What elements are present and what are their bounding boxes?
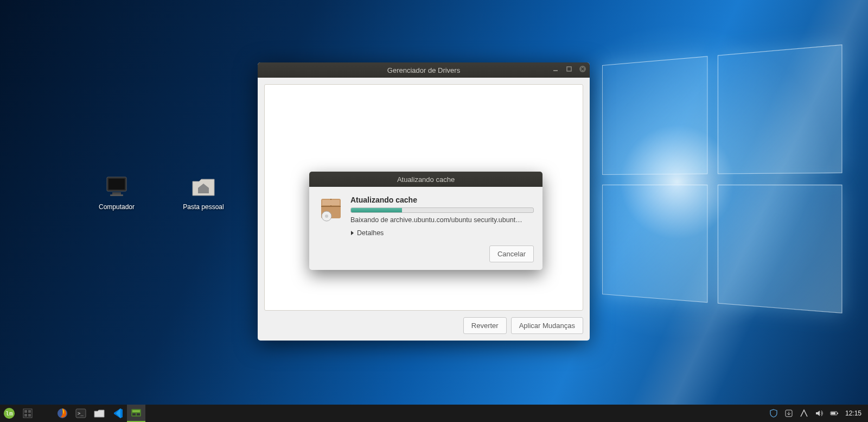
desktop-icon-home[interactable]: Pasta pessoal [179, 174, 228, 211]
folder-home-icon [190, 174, 216, 200]
svg-rect-1 [108, 179, 125, 190]
dialog-titlebar[interactable]: Atualizando cache [309, 172, 542, 187]
svg-point-16 [325, 215, 328, 218]
minimize-button[interactable] [551, 65, 559, 73]
desktop[interactable]: Computador Pasta pessoal Lixeira Gerenci… [0, 0, 868, 405]
desktop-icon-computer[interactable]: Computador [92, 174, 141, 211]
taskbar-terminal[interactable]: >_ [72, 405, 90, 422]
cancel-button[interactable]: Cancelar [489, 245, 534, 262]
updating-cache-dialog: Atualizando cache Atualizando cache Baix [309, 172, 542, 270]
taskbar: lm >_ 12:15 [0, 405, 868, 422]
progress-bar [350, 207, 534, 213]
svg-rect-21 [28, 410, 31, 413]
svg-text:lm: lm [5, 410, 13, 417]
download-status-text: Baixando de archive.ubuntu.com/ubuntu se… [350, 216, 534, 224]
desktop-icon-label: Pasta pessoal [183, 203, 224, 211]
details-label: Detalhes [357, 229, 384, 237]
volume-icon[interactable] [815, 409, 824, 418]
clock[interactable]: 12:15 [845, 410, 861, 417]
svg-rect-22 [24, 414, 27, 417]
svg-rect-3 [110, 194, 123, 196]
svg-rect-28 [132, 410, 140, 412]
taskbar-vscode[interactable] [108, 405, 127, 422]
package-icon [318, 196, 344, 222]
svg-rect-2 [112, 192, 121, 194]
svg-rect-29 [132, 413, 136, 415]
show-desktop-button[interactable] [18, 405, 37, 422]
chevron-right-icon [350, 230, 355, 236]
svg-rect-23 [28, 414, 31, 417]
dialog-title: Atualizando cache [309, 175, 542, 184]
system-tray: 12:15 [769, 409, 868, 418]
svg-rect-9 [567, 67, 571, 71]
svg-rect-14 [322, 200, 340, 205]
svg-text:>_: >_ [78, 411, 84, 416]
taskbar-files[interactable] [90, 405, 108, 422]
taskbar-driver-manager[interactable] [127, 405, 145, 422]
menu-button[interactable]: lm [0, 405, 18, 422]
updates-icon[interactable] [784, 409, 793, 418]
progress-fill [351, 208, 402, 212]
maximize-button[interactable] [565, 65, 573, 73]
apply-changes-button[interactable]: Aplicar Mudanças [511, 317, 583, 334]
details-expander[interactable]: Detalhes [350, 229, 534, 237]
windows-logo-decoration [602, 65, 835, 304]
network-icon[interactable] [800, 409, 808, 418]
desktop-icon-label: Computador [99, 203, 135, 211]
taskbar-firefox[interactable] [53, 405, 72, 422]
shield-icon[interactable] [769, 409, 778, 418]
dialog-heading: Atualizando cache [350, 196, 534, 204]
close-button[interactable] [578, 65, 586, 73]
computer-icon [104, 174, 130, 200]
svg-rect-33 [837, 413, 838, 414]
svg-rect-34 [831, 412, 835, 414]
battery-icon[interactable] [830, 409, 839, 418]
window-titlebar[interactable]: Gerenciador de Drivers [258, 62, 590, 78]
window-title: Gerenciador de Drivers [258, 66, 590, 74]
svg-rect-20 [24, 410, 27, 413]
svg-rect-30 [137, 413, 140, 415]
revert-button[interactable]: Reverter [463, 317, 507, 334]
